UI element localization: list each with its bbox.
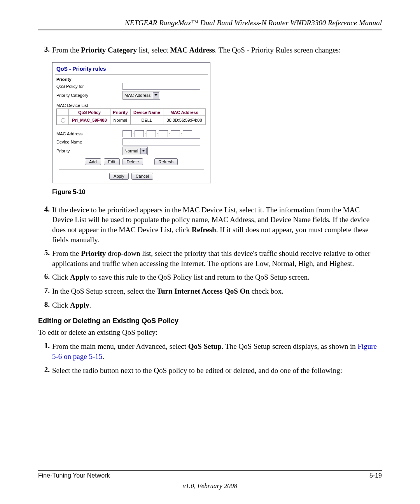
qos-policy-for-input[interactable] <box>122 83 200 90</box>
select-value: Normal <box>124 149 138 153</box>
step-number: 4. <box>38 205 52 214</box>
apply-button[interactable]: Apply <box>109 173 129 180</box>
step-number: 7. <box>38 286 52 295</box>
mac-octet-input[interactable] <box>171 130 180 137</box>
qos-policy-for-label: QoS Policy for <box>56 84 122 89</box>
mac-octet-input[interactable] <box>147 130 156 137</box>
text-bold: QoS Setup <box>188 342 222 350</box>
add-button[interactable]: Add <box>85 158 101 165</box>
device-name-input[interactable] <box>122 138 200 145</box>
cell-priority: Normal <box>110 116 130 124</box>
table-row[interactable]: Pri_MAC_59F408 Normal DELL 00:0D:56:59:F… <box>57 116 206 124</box>
text: Click <box>52 301 70 309</box>
step-body: Select the radio button next to the QoS … <box>52 366 382 376</box>
footer-rule <box>38 470 382 471</box>
step-body: Click Apply. <box>52 300 382 310</box>
priority-select[interactable]: Normal <box>122 147 148 155</box>
step-body: From the main menu, under Advanced, sele… <box>52 341 382 361</box>
step-number: 3. <box>38 45 52 54</box>
step-7: 7. In the QoS Setup screen, select the T… <box>38 286 382 296</box>
step-4: 4. If the device to be prioritized appea… <box>38 205 382 245</box>
text: check box. <box>250 287 284 295</box>
text-bold: Turn Internet Access QoS On <box>157 287 250 295</box>
text-bold: Priority Category <box>81 46 137 54</box>
table-header-row: QoS Policy Priority Device Name MAC Addr… <box>57 109 206 116</box>
text: Click <box>52 273 70 281</box>
step-6: 6. Click Apply to save this rule to the … <box>38 272 382 282</box>
cell-policy: Pri_MAC_59F408 <box>69 116 110 124</box>
priority-category-select[interactable]: MAC Address <box>122 91 160 100</box>
column-header-select <box>57 109 69 116</box>
mac-octet-input[interactable] <box>183 130 192 137</box>
mac-address-label: MAC Address <box>56 131 122 136</box>
priority-label: Priority <box>56 77 122 82</box>
step-number: 6. <box>38 272 52 281</box>
text: Select the radio button next to the QoS … <box>52 366 342 374</box>
header-rule <box>38 30 382 30</box>
column-header-mac: MAC Address <box>163 109 206 116</box>
step-3: 3. From the Priority Category list, sele… <box>38 45 382 55</box>
footer-version: v1.0, February 2008 <box>38 482 382 490</box>
step-number: 8. <box>38 300 52 309</box>
page-number: 5-19 <box>369 472 382 479</box>
panel-title: QoS - Priority rules <box>52 63 210 74</box>
step-number: 5. <box>38 248 52 257</box>
select-value: MAC Address <box>124 93 150 98</box>
text-bold: MAC Address <box>170 46 215 54</box>
step-body: In the QoS Setup screen, select the Turn… <box>52 286 382 296</box>
mac-octet-input[interactable] <box>135 130 144 137</box>
text: . The QoS Setup screen displays, as show… <box>222 342 358 350</box>
priority-label-2: Priority <box>56 149 122 153</box>
step-body: Click Apply to save this rule to the QoS… <box>52 272 382 282</box>
step-body: From the Priority Category list, select … <box>52 45 382 55</box>
text: From the <box>52 249 81 257</box>
step-body: If the device to be prioritized appears … <box>52 205 382 245</box>
column-header-policy: QoS Policy <box>69 109 110 116</box>
mac-octet-input[interactable] <box>122 130 132 137</box>
chevron-down-icon <box>140 148 147 154</box>
mac-octet-input[interactable] <box>159 130 168 137</box>
edit-step-1: 1. From the main menu, under Advanced, s… <box>38 341 382 361</box>
footer-left: Fine-Tuning Your Network <box>38 472 110 479</box>
priority-category-label: Priority Category <box>56 93 122 98</box>
section-heading: Editing or Deleting an Existing QoS Poli… <box>38 317 382 325</box>
edit-button[interactable]: Edit <box>104 158 120 165</box>
intro-paragraph: To edit or delete an existing QoS policy… <box>38 328 382 337</box>
chevron-down-icon <box>153 92 159 98</box>
panel-separator <box>55 74 208 75</box>
column-header-device-name: Device Name <box>130 109 163 116</box>
text: list, select <box>137 46 170 54</box>
text: From the main menu, under Advanced, sele… <box>52 342 188 350</box>
text-bold: Apply <box>70 273 89 281</box>
text: . The QoS - Priority Rules screen change… <box>215 46 341 54</box>
running-title: NETGEAR RangeMax™ Dual Band Wireless-N R… <box>38 19 382 27</box>
qos-priority-rules-panel: QoS - Priority rules Priority QoS Policy… <box>52 62 210 183</box>
step-number: 1. <box>38 341 52 350</box>
step-5: 5. From the Priority drop-down list, sel… <box>38 248 382 268</box>
row-select-radio[interactable] <box>61 118 66 122</box>
mac-device-list-table: QoS Policy Priority Device Name MAC Addr… <box>56 108 206 125</box>
delete-button[interactable]: Delete <box>122 158 144 165</box>
step-number: 2. <box>38 366 52 374</box>
text: to save this rule to the QoS Policy list… <box>89 273 310 281</box>
cell-mac: 00:0D:56:59:F4:08 <box>163 116 206 124</box>
device-name-label: Device Name <box>56 140 122 144</box>
refresh-button[interactable]: Refresh <box>154 158 178 165</box>
page-footer: Fine-Tuning Your Network 5-19 v1.0, Febr… <box>38 470 382 490</box>
panel-separator <box>59 169 204 170</box>
text: From the <box>52 46 81 54</box>
svg-marker-1 <box>142 150 145 152</box>
cancel-button[interactable]: Cancel <box>131 173 153 180</box>
text-bold: Priority <box>81 249 106 257</box>
svg-marker-0 <box>154 94 158 96</box>
edit-step-2: 2. Select the radio button next to the Q… <box>38 366 382 376</box>
step-8: 8. Click Apply. <box>38 300 382 310</box>
text-bold: Apply <box>70 301 89 309</box>
text: . <box>89 301 91 309</box>
cell-device-name: DELL <box>130 116 163 124</box>
text-bold: Refresh <box>192 226 216 234</box>
mac-device-list-label: MAC Device List <box>56 103 206 108</box>
figure-caption: Figure 5-10 <box>52 189 382 196</box>
text: . <box>102 352 104 360</box>
step-body: From the Priority drop-down list, select… <box>52 248 382 268</box>
